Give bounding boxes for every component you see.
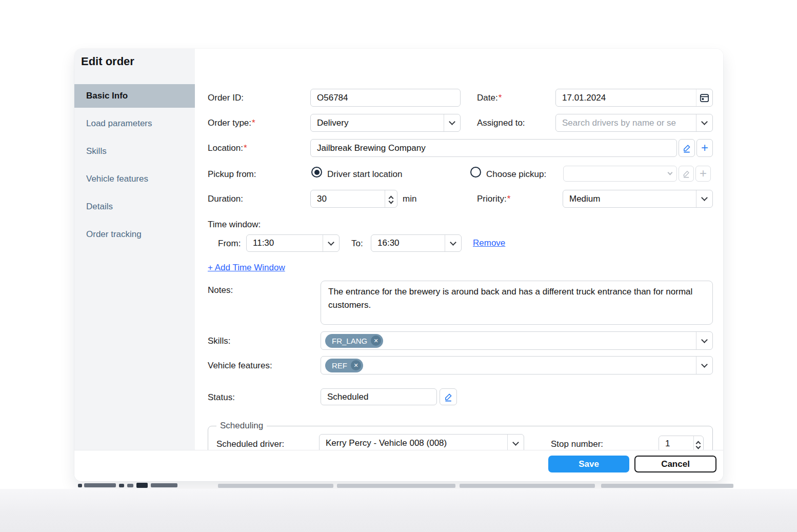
assigned-to-label: Assigned to: bbox=[477, 118, 525, 128]
cancel-button[interactable]: Cancel bbox=[634, 456, 716, 472]
chevron-down-icon bbox=[696, 114, 712, 131]
chevron-down-icon bbox=[507, 435, 524, 450]
date-label: Date:* bbox=[477, 93, 502, 103]
order-type-value: Delivery bbox=[311, 118, 444, 128]
choose-pickup-label: Choose pickup: bbox=[486, 169, 546, 180]
sidebar-item-load-parameters[interactable]: Load parameters bbox=[74, 112, 195, 135]
sidebar: Edit order Basic Info Load parameters Sk… bbox=[74, 49, 195, 450]
sidebar-nav: Basic Info Load parameters Skills Vehicl… bbox=[74, 84, 195, 250]
sidebar-item-basic-info[interactable]: Basic Info bbox=[74, 84, 195, 108]
remove-time-window-link[interactable]: Remove bbox=[473, 238, 505, 248]
edit-order-dialog: Edit order Basic Info Load parameters Sk… bbox=[74, 49, 723, 481]
time-from-select[interactable]: 11:30 bbox=[246, 234, 340, 252]
required-asterisk: * bbox=[244, 143, 247, 153]
location-input[interactable] bbox=[310, 139, 677, 157]
add-time-window-link[interactable]: + Add Time Window bbox=[208, 263, 285, 273]
time-to-select[interactable]: 16:30 bbox=[371, 234, 462, 252]
pencil-icon bbox=[682, 144, 691, 153]
skills-tags: FR_LANG ✕ bbox=[321, 334, 696, 348]
scheduled-driver-value: Kerry Percy - Vehicle 008 (008) bbox=[320, 438, 507, 448]
date-field[interactable]: 17.01.2024 bbox=[555, 89, 713, 107]
time-window-label: Time window: bbox=[208, 220, 261, 230]
remove-tag-icon[interactable]: ✕ bbox=[351, 360, 361, 370]
priority-label: Priority:* bbox=[477, 194, 510, 204]
required-asterisk: * bbox=[507, 194, 511, 204]
radio-choose-pickup[interactable] bbox=[470, 167, 481, 178]
sidebar-item-details[interactable]: Details bbox=[74, 195, 195, 219]
save-button[interactable]: Save bbox=[548, 456, 629, 472]
stop-number-spin-buttons[interactable] bbox=[693, 436, 703, 450]
pickup-edit-button-disabled bbox=[679, 166, 694, 182]
page-title: Edit order bbox=[81, 55, 134, 68]
chevron-down-icon bbox=[696, 332, 712, 349]
required-asterisk: * bbox=[499, 93, 502, 103]
notes-textarea[interactable]: The entrance for the brewery is around b… bbox=[321, 281, 713, 325]
skills-label: Skills: bbox=[208, 336, 230, 346]
date-value: 17.01.2024 bbox=[556, 93, 696, 103]
chevron-down-icon bbox=[389, 199, 394, 204]
background-gradient bbox=[0, 489, 797, 532]
scheduled-driver-label: Scheduled driver: bbox=[216, 439, 284, 449]
order-type-select[interactable]: Delivery bbox=[310, 114, 461, 132]
sidebar-item-skills[interactable]: Skills bbox=[74, 140, 195, 163]
duration-spin-buttons[interactable] bbox=[385, 190, 397, 207]
duration-label: Duration: bbox=[208, 194, 243, 204]
radio-driver-start-location[interactable] bbox=[311, 167, 322, 178]
dialog-content: Edit order Basic Info Load parameters Sk… bbox=[74, 49, 723, 450]
pencil-icon bbox=[682, 170, 690, 178]
scheduling-legend: Scheduling bbox=[216, 421, 267, 431]
order-type-label: Order type:* bbox=[208, 118, 255, 128]
status-label: Status: bbox=[208, 392, 235, 403]
plus-icon: + bbox=[700, 167, 707, 180]
assigned-to-select[interactable]: Search drivers by name or se bbox=[555, 114, 713, 132]
vehicle-features-tags: REF ✕ bbox=[321, 359, 696, 372]
order-id-label: Order ID: bbox=[208, 93, 244, 103]
vehicle-features-multiselect[interactable]: REF ✕ bbox=[321, 356, 713, 375]
priority-value: Medium bbox=[563, 194, 696, 204]
time-from-value: 11:30 bbox=[247, 238, 323, 248]
stop-number-input[interactable] bbox=[659, 436, 693, 450]
stop-number-stepper[interactable] bbox=[659, 436, 704, 450]
assigned-to-placeholder: Search drivers by name or se bbox=[556, 118, 696, 128]
dialog-footer: Save Cancel bbox=[74, 450, 723, 481]
plus-icon: + bbox=[701, 142, 708, 154]
driver-start-location-label: Driver start location bbox=[327, 169, 402, 180]
scheduling-section: Scheduling Scheduled driver: Kerry Percy… bbox=[208, 426, 713, 450]
duration-stepper[interactable] bbox=[310, 190, 397, 208]
priority-select[interactable]: Medium bbox=[563, 190, 713, 208]
vehicle-feature-tag: REF ✕ bbox=[325, 359, 363, 372]
order-id-input[interactable] bbox=[310, 89, 461, 107]
chevron-down-icon bbox=[696, 190, 712, 207]
skills-multiselect[interactable]: FR_LANG ✕ bbox=[321, 331, 713, 350]
scheduled-driver-select[interactable]: Kerry Percy - Vehicle 008 (008) bbox=[319, 434, 524, 450]
status-input bbox=[321, 388, 437, 405]
location-label: Location:* bbox=[208, 143, 247, 153]
sidebar-item-order-tracking[interactable]: Order tracking bbox=[74, 223, 195, 246]
location-add-button[interactable]: + bbox=[696, 139, 713, 157]
time-from-label: From: bbox=[218, 239, 241, 249]
skill-tag: FR_LANG ✕ bbox=[325, 334, 383, 348]
choose-pickup-select bbox=[563, 166, 677, 182]
chevron-down-icon bbox=[696, 357, 712, 374]
vehicle-feature-tag-label: REF bbox=[332, 361, 347, 370]
sidebar-item-vehicle-features[interactable]: Vehicle features bbox=[74, 167, 195, 191]
chevron-down-icon bbox=[663, 166, 676, 181]
location-edit-button[interactable] bbox=[679, 139, 695, 157]
remove-tag-icon[interactable]: ✕ bbox=[371, 336, 381, 346]
status-edit-button[interactable] bbox=[440, 388, 457, 405]
skill-tag-label: FR_LANG bbox=[332, 337, 367, 345]
pencil-icon bbox=[444, 392, 453, 402]
chevron-down-icon bbox=[444, 114, 460, 131]
notes-label: Notes: bbox=[208, 285, 233, 295]
calendar-icon bbox=[700, 93, 709, 103]
pickup-from-label: Pickup from: bbox=[208, 169, 256, 180]
time-to-value: 16:30 bbox=[371, 238, 445, 248]
stop-number-label: Stop number: bbox=[551, 439, 603, 449]
calendar-button[interactable] bbox=[696, 89, 712, 106]
duration-unit: min bbox=[403, 194, 416, 204]
required-asterisk: * bbox=[252, 118, 255, 128]
duration-input[interactable] bbox=[311, 190, 385, 207]
pickup-add-button-disabled: + bbox=[695, 166, 711, 182]
chevron-down-icon bbox=[445, 235, 461, 251]
vehicle-features-label: Vehicle features: bbox=[208, 361, 272, 371]
